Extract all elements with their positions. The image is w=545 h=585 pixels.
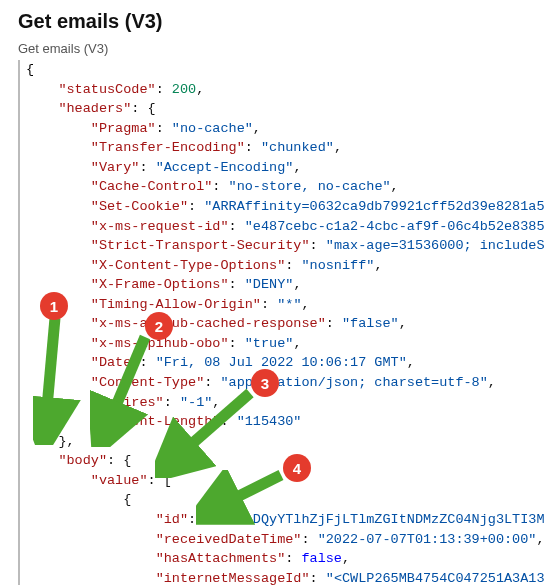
callout-badge-1: 1: [40, 292, 68, 320]
callout-badge-3: 3: [251, 369, 279, 397]
callout-badge-2: 2: [145, 312, 173, 340]
svg-line-1: [105, 337, 145, 432]
page-title: Get emails (V3): [18, 10, 545, 33]
callout-arrow-4: [196, 470, 296, 525]
callout-arrow-1: [33, 310, 83, 445]
callout-arrow-3: [155, 388, 265, 478]
svg-line-2: [170, 393, 250, 463]
svg-line-0: [45, 318, 55, 430]
callout-badge-4: 4: [283, 454, 311, 482]
svg-line-3: [211, 475, 281, 510]
subtitle: Get emails (V3): [18, 41, 545, 56]
